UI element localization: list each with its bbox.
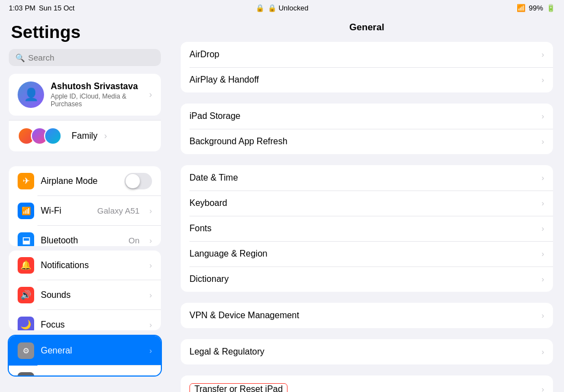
control-centre-chevron: › [149, 376, 152, 377]
sidebar-title: Settings [0, 15, 170, 47]
content-row-dictionary[interactable]: Dictionary › [181, 266, 553, 292]
family-chevron: › [104, 131, 107, 141]
control-centre-icon: ⊞ [18, 372, 34, 377]
ipad-storage-label: iPad Storage [189, 111, 541, 121]
sidebar-item-sounds[interactable]: 🔊 Sounds › [9, 280, 161, 310]
status-time: 1:03 PM [9, 4, 35, 12]
transfer-reset-label: Transfer or Reset iPad [189, 383, 288, 392]
airplay-label: AirPlay & Handoff [189, 75, 541, 85]
ipad-storage-chevron: › [541, 112, 544, 121]
bluetooth-label: Bluetooth [41, 236, 122, 246]
focus-label: Focus [41, 320, 143, 330]
notifications-label: Notifications [41, 260, 143, 270]
content-row-transfer-reset[interactable]: Transfer or Reset iPad › [181, 375, 553, 392]
airplane-mode-label: Airplane Mode [41, 176, 118, 186]
sidebar-item-focus[interactable]: 🌙 Focus › [9, 310, 161, 330]
content-row-language-region[interactable]: Language & Region › [181, 241, 553, 266]
fonts-label: Fonts [189, 224, 541, 233]
content-row-airdrop[interactable]: AirDrop › [181, 42, 553, 67]
sounds-icon: 🔊 [18, 287, 34, 303]
language-region-chevron: › [541, 249, 544, 258]
main-content: General AirDrop › AirPlay & Handoff › iP… [170, 15, 564, 392]
content-row-airplay[interactable]: AirPlay & Handoff › [181, 67, 553, 92]
content-row-legal[interactable]: Legal & Regulatory › [181, 339, 553, 364]
general-icon: ⚙ [18, 342, 34, 359]
sidebar-item-bluetooth[interactable]: ⬓ Bluetooth On › [9, 226, 161, 246]
bluetooth-chevron: › [149, 236, 152, 245]
background-refresh-label: Background App Refresh [189, 137, 541, 146]
profile-card[interactable]: 👤 Ashutosh Srivastava Apple ID, iCloud, … [9, 74, 161, 116]
sidebar-item-notifications[interactable]: 🔔 Notifications › [9, 251, 161, 280]
date-time-chevron: › [541, 173, 544, 182]
sidebar-item-control-centre[interactable]: ⊞ Control Centre › [9, 366, 161, 377]
date-time-label: Date & Time [189, 173, 541, 183]
content-group-legal: Legal & Regulatory › [181, 339, 553, 364]
content-row-ipad-storage[interactable]: iPad Storage › [181, 104, 553, 129]
status-bar: 1:03 PM Sun 15 Oct 🔒 🔒 Unlocked 📶 99% 🔋 [0, 0, 564, 15]
wifi-chevron: › [149, 206, 152, 215]
background-refresh-chevron: › [541, 137, 544, 146]
family-avatars [18, 127, 57, 145]
app-container: Settings 🔍 👤 Ashutosh Srivastava Apple I… [0, 15, 564, 392]
keyboard-chevron: › [541, 199, 544, 208]
bluetooth-value: On [128, 236, 139, 245]
avatar: 👤 [18, 81, 44, 108]
family-label: Family [72, 131, 97, 141]
vpn-device-mgmt-label: VPN & Device Management [189, 311, 541, 320]
content-row-keyboard[interactable]: Keyboard › [181, 190, 553, 216]
general-label: General [41, 346, 143, 356]
airplay-chevron: › [541, 75, 544, 84]
sounds-chevron: › [149, 291, 152, 300]
content-row-vpn-device-mgmt[interactable]: VPN & Device Management › [181, 303, 553, 328]
fonts-chevron: › [541, 224, 544, 233]
profile-info: Ashutosh Srivastava Apple ID, iCloud, Me… [51, 81, 143, 108]
wifi-icon: 📶 [517, 4, 525, 12]
general-chevron: › [149, 346, 152, 355]
legal-label: Legal & Regulatory [189, 347, 541, 357]
airplane-mode-toggle[interactable] [124, 173, 152, 189]
sidebar: Settings 🔍 👤 Ashutosh Srivastava Apple I… [0, 15, 170, 392]
profile-name: Ashutosh Srivastava [51, 81, 143, 91]
focus-icon: 🌙 [18, 317, 34, 330]
search-input[interactable] [28, 53, 154, 62]
sidebar-item-general[interactable]: ⚙ General › [9, 336, 161, 366]
dictionary-label: Dictionary [189, 274, 541, 284]
dictionary-chevron: › [541, 275, 544, 284]
battery-percent: 99% [529, 4, 543, 12]
general-group-container: ⚙ General › ⊞ Control Centre › [8, 335, 162, 377]
notifications-icon: 🔔 [18, 257, 34, 274]
control-centre-label: Control Centre [41, 375, 143, 377]
airdrop-label: AirDrop [189, 50, 541, 59]
status-date: Sun 15 Oct [39, 4, 74, 12]
notification-group: 🔔 Notifications › 🔊 Sounds › 🌙 Focus › [9, 251, 161, 330]
sidebar-item-wifi[interactable]: 📶 Wi-Fi Galaxy A51 › [9, 196, 161, 226]
profile-chevron: › [149, 90, 152, 100]
wifi-label: Wi-Fi [41, 206, 91, 216]
content-group-transfer: Transfer or Reset iPad › Shut Down [181, 375, 553, 392]
content-group-airdrop: AirDrop › AirPlay & Handoff › [181, 42, 553, 92]
sounds-label: Sounds [41, 290, 143, 300]
content-group-datetime: Date & Time › Keyboard › Fonts › Languag… [181, 165, 553, 292]
keyboard-label: Keyboard [189, 198, 541, 208]
search-bar[interactable]: 🔍 [9, 49, 161, 66]
lock-status: 🔒 Unlocked [268, 4, 308, 12]
focus-chevron: › [149, 320, 152, 329]
content-group-storage: iPad Storage › Background App Refresh › [181, 104, 553, 154]
airdrop-chevron: › [541, 50, 544, 59]
content-row-fonts[interactable]: Fonts › [181, 216, 553, 241]
network-group: ✈ Airplane Mode 📶 Wi-Fi Galaxy A51 › ⬓ B… [9, 166, 161, 246]
content-row-date-time[interactable]: Date & Time › [181, 165, 553, 190]
main-title: General [349, 22, 384, 32]
content-row-background-refresh[interactable]: Background App Refresh › [181, 129, 553, 154]
profile-subtitle: Apple ID, iCloud, Media & Purchases [51, 92, 143, 108]
family-row[interactable]: Family › [9, 120, 161, 151]
airplane-mode-icon: ✈ [18, 173, 34, 189]
notifications-chevron: › [149, 261, 152, 270]
lock-icon: 🔒 [256, 4, 264, 12]
bluetooth-icon: ⬓ [18, 232, 34, 246]
main-header: General [170, 15, 564, 37]
family-avatar-3 [44, 127, 62, 145]
content-group-vpn-mgmt: VPN & Device Management › [181, 303, 553, 328]
content-list: AirDrop › AirPlay & Handoff › iPad Stora… [170, 37, 564, 392]
sidebar-item-airplane-mode[interactable]: ✈ Airplane Mode [9, 166, 161, 196]
